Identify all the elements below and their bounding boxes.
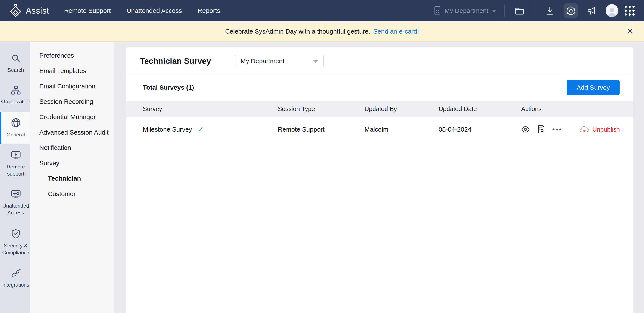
folder-icon[interactable] bbox=[512, 3, 527, 18]
menu-item-advanced-session-audit[interactable]: Advanced Session Audit bbox=[30, 125, 114, 140]
assist-logo-icon bbox=[10, 4, 22, 17]
settings-menu: Preferences Email Templates Email Config… bbox=[30, 42, 114, 313]
page-title: Technician Survey bbox=[140, 57, 211, 66]
cloud-x-icon bbox=[580, 126, 590, 133]
icon-rail: Search Organization General bbox=[0, 42, 30, 313]
menu-item-credential-manager[interactable]: Credential Manager bbox=[30, 109, 114, 125]
rail-item-remote-support[interactable]: Remote support bbox=[0, 145, 30, 183]
org-chart-icon bbox=[11, 86, 21, 96]
add-survey-button[interactable]: Add Survey bbox=[567, 80, 620, 95]
menu-item-email-configuration[interactable]: Email Configuration bbox=[30, 79, 114, 94]
card-header: Technician Survey My Department bbox=[126, 47, 633, 74]
download-icon[interactable] bbox=[543, 3, 557, 18]
rail-item-security-compliance[interactable]: Security & Compliance bbox=[0, 223, 30, 262]
table-row: Milestone Survey ✓ Remote Support Malcol… bbox=[126, 117, 633, 140]
globe-icon bbox=[11, 118, 21, 129]
topnav-right: My Department bbox=[434, 3, 634, 18]
divider bbox=[534, 5, 535, 17]
rail-item-search[interactable]: Search bbox=[0, 48, 30, 79]
updated-date-cell: 05-04-2024 bbox=[438, 117, 521, 140]
rail-item-general[interactable]: General bbox=[0, 112, 30, 144]
rail-item-organization[interactable]: Organization bbox=[0, 80, 30, 111]
rail-item-label: Search bbox=[8, 67, 24, 73]
avatar[interactable] bbox=[606, 4, 618, 17]
survey-card: Technician Survey My Department Total Su… bbox=[126, 47, 633, 313]
rail-item-integrations[interactable]: Integrations bbox=[0, 263, 30, 294]
menu-item-session-recording[interactable]: Session Recording bbox=[30, 94, 114, 109]
topnav-links: Remote Support Unattended Access Reports bbox=[64, 7, 220, 14]
settings-gear-icon[interactable] bbox=[564, 3, 578, 18]
close-icon[interactable]: ✕ bbox=[626, 27, 634, 36]
apps-grid-icon[interactable] bbox=[625, 6, 634, 15]
rail-item-label: Remote support bbox=[3, 163, 29, 177]
session-type-cell: Remote Support bbox=[278, 117, 364, 140]
menu-item-technician[interactable]: Technician bbox=[30, 171, 114, 186]
monitor-plus-icon bbox=[10, 151, 21, 161]
menu-item-survey[interactable]: Survey bbox=[30, 156, 114, 171]
nav-remote-support[interactable]: Remote Support bbox=[64, 7, 111, 14]
published-check-icon: ✓ bbox=[198, 125, 204, 134]
department-value: My Department bbox=[444, 7, 488, 14]
rail-item-label: General bbox=[7, 131, 25, 138]
search-icon bbox=[11, 53, 21, 64]
department-selector[interactable]: My Department bbox=[434, 6, 496, 15]
divider bbox=[504, 5, 504, 17]
rail-item-label: Integrations bbox=[2, 281, 29, 288]
building-icon bbox=[434, 6, 441, 15]
banner-link[interactable]: Send an e-card! bbox=[373, 28, 419, 35]
column-survey: Survey bbox=[126, 101, 278, 117]
top-navbar: Assist Remote Support Unattended Access … bbox=[0, 0, 644, 21]
total-surveys-label: Total Surveys (1) bbox=[140, 84, 194, 91]
nav-unattended-access[interactable]: Unattended Access bbox=[126, 7, 182, 14]
app-logo[interactable]: Assist bbox=[10, 4, 49, 17]
menu-item-notification[interactable]: Notification bbox=[30, 140, 114, 156]
toolbar: Total Surveys (1) Add Survey bbox=[126, 74, 633, 101]
shield-check-icon bbox=[11, 229, 21, 240]
rail-item-unattended-access[interactable]: Unattended Access bbox=[0, 184, 30, 222]
banner-message: Celebrate SysAdmin Day with a thoughtful… bbox=[225, 28, 370, 35]
menu-item-email-templates[interactable]: Email Templates bbox=[30, 63, 114, 79]
rail-item-label: Security & Compliance bbox=[2, 242, 29, 256]
promo-banner: Celebrate SysAdmin Day with a thoughtful… bbox=[0, 21, 644, 42]
department-dropdown[interactable]: My Department bbox=[234, 55, 324, 67]
rail-item-label: Organization bbox=[1, 98, 30, 105]
column-updated-by: Updated By bbox=[364, 101, 438, 117]
announcement-icon[interactable] bbox=[584, 3, 599, 18]
column-updated-date: Updated Date bbox=[438, 101, 521, 117]
nav-reports[interactable]: Reports bbox=[198, 7, 220, 14]
unpublish-label: Unpublish bbox=[592, 126, 620, 133]
plug-icon bbox=[10, 269, 21, 279]
column-actions: Actions bbox=[521, 101, 633, 117]
main-content: Technician Survey My Department Total Su… bbox=[114, 42, 644, 313]
survey-name-cell[interactable]: Milestone Survey bbox=[143, 126, 192, 133]
column-session-type: Session Type bbox=[278, 101, 364, 117]
report-doc-icon[interactable] bbox=[538, 125, 545, 134]
rail-item-label: Unattended Access bbox=[2, 202, 29, 216]
unpublish-button[interactable]: Unpublish bbox=[580, 126, 620, 133]
table-header-row: Survey Session Type Updated By Updated D… bbox=[126, 101, 633, 117]
eye-icon[interactable] bbox=[521, 126, 530, 133]
chevron-down-icon bbox=[492, 10, 496, 12]
actions-cell: ••• Unpublish bbox=[521, 125, 633, 134]
more-options-icon[interactable]: ••• bbox=[552, 126, 562, 133]
monitor-key-icon bbox=[10, 190, 21, 200]
surveys-table: Survey Session Type Updated By Updated D… bbox=[126, 101, 633, 140]
chevron-down-icon bbox=[313, 60, 318, 63]
brand-name: Assist bbox=[26, 6, 49, 15]
updated-by-cell: Malcolm bbox=[364, 117, 438, 140]
menu-item-customer[interactable]: Customer bbox=[30, 186, 114, 201]
menu-item-preferences[interactable]: Preferences bbox=[30, 48, 114, 63]
department-dropdown-value: My Department bbox=[240, 57, 284, 65]
